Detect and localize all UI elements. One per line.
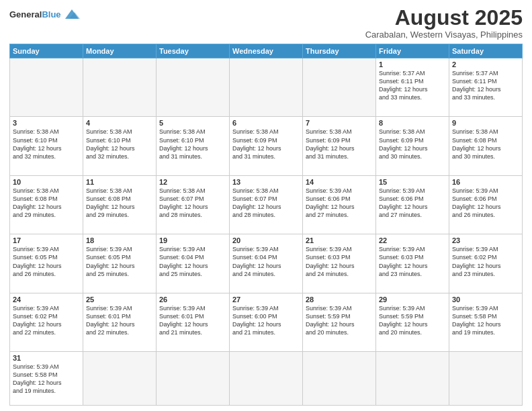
calendar-cell: 13Sunrise: 5:38 AM Sunset: 6:07 PM Dayli… [230,175,303,234]
calendar-cell: 21Sunrise: 5:39 AM Sunset: 6:03 PM Dayli… [303,234,376,293]
calendar-cell: 18Sunrise: 5:39 AM Sunset: 6:05 PM Dayli… [83,234,157,293]
calendar-cell [230,352,303,406]
day-info: Sunrise: 5:39 AM Sunset: 6:02 PM Dayligh… [452,245,519,278]
calendar-cell: 15Sunrise: 5:39 AM Sunset: 6:06 PM Dayli… [376,175,449,234]
subtitle: Carabalan, Western Visayas, Philippines [365,30,523,40]
day-number: 17 [13,236,80,244]
calendar-cell: 6Sunrise: 5:38 AM Sunset: 6:09 PM Daylig… [230,117,303,175]
day-number: 8 [379,119,446,127]
calendar-week-row: 10Sunrise: 5:38 AM Sunset: 6:08 PM Dayli… [10,175,523,234]
day-info: Sunrise: 5:39 AM Sunset: 5:58 PM Dayligh… [452,304,519,337]
day-info: Sunrise: 5:39 AM Sunset: 6:02 PM Dayligh… [13,304,80,337]
day-number: 31 [13,354,80,362]
day-info: Sunrise: 5:39 AM Sunset: 6:06 PM Dayligh… [379,187,446,220]
calendar-cell [83,352,157,406]
day-info: Sunrise: 5:39 AM Sunset: 6:06 PM Dayligh… [306,187,373,220]
calendar-cell: 20Sunrise: 5:39 AM Sunset: 6:04 PM Dayli… [230,234,303,293]
title-block: August 2025 Carabalan, Western Visayas, … [365,7,523,40]
day-number: 7 [306,119,373,127]
day-number: 24 [13,295,80,304]
calendar-cell: 11Sunrise: 5:38 AM Sunset: 6:08 PM Dayli… [83,175,157,234]
day-number: 20 [232,236,300,244]
calendar-cell: 26Sunrise: 5:39 AM Sunset: 6:01 PM Dayli… [157,293,230,351]
calendar-cell [376,352,449,406]
day-info: Sunrise: 5:37 AM Sunset: 6:11 PM Dayligh… [379,69,446,102]
day-number: 12 [159,178,226,186]
day-number: 21 [306,236,373,244]
calendar-cell: 4Sunrise: 5:38 AM Sunset: 6:10 PM Daylig… [83,117,157,175]
calendar-day-header: Sunday [10,44,83,58]
day-info: Sunrise: 5:38 AM Sunset: 6:10 PM Dayligh… [159,128,226,161]
day-info: Sunrise: 5:39 AM Sunset: 6:01 PM Dayligh… [159,304,226,337]
day-info: Sunrise: 5:39 AM Sunset: 6:01 PM Dayligh… [86,304,153,337]
day-number: 5 [159,119,226,127]
calendar-cell: 23Sunrise: 5:39 AM Sunset: 6:02 PM Dayli… [449,234,523,293]
day-number: 11 [86,178,153,186]
day-number: 6 [232,119,300,127]
calendar-cell: 10Sunrise: 5:38 AM Sunset: 6:08 PM Dayli… [10,175,83,234]
day-info: Sunrise: 5:38 AM Sunset: 6:08 PM Dayligh… [13,187,80,220]
day-number: 22 [379,236,446,244]
calendar-cell: 8Sunrise: 5:38 AM Sunset: 6:09 PM Daylig… [376,117,449,175]
logo-icon [62,7,81,21]
calendar-header-row: SundayMondayTuesdayWednesdayThursdayFrid… [10,44,523,58]
day-info: Sunrise: 5:38 AM Sunset: 6:09 PM Dayligh… [306,128,373,161]
day-info: Sunrise: 5:39 AM Sunset: 6:05 PM Dayligh… [86,245,153,278]
logo: GeneralBlue [9,7,81,21]
calendar-cell [449,352,523,406]
calendar-week-row: 24Sunrise: 5:39 AM Sunset: 6:02 PM Dayli… [10,293,523,351]
calendar-cell: 17Sunrise: 5:39 AM Sunset: 6:05 PM Dayli… [10,234,83,293]
calendar-cell: 5Sunrise: 5:38 AM Sunset: 6:10 PM Daylig… [157,117,230,175]
day-info: Sunrise: 5:38 AM Sunset: 6:07 PM Dayligh… [232,187,300,220]
day-info: Sunrise: 5:37 AM Sunset: 6:11 PM Dayligh… [452,69,519,102]
calendar-cell: 31Sunrise: 5:39 AM Sunset: 5:58 PM Dayli… [10,352,83,406]
calendar-cell: 24Sunrise: 5:39 AM Sunset: 6:02 PM Dayli… [10,293,83,351]
calendar-cell: 22Sunrise: 5:39 AM Sunset: 6:03 PM Dayli… [376,234,449,293]
day-info: Sunrise: 5:38 AM Sunset: 6:10 PM Dayligh… [13,128,80,161]
calendar-cell: 9Sunrise: 5:38 AM Sunset: 6:08 PM Daylig… [449,117,523,175]
day-number: 15 [379,178,446,186]
calendar-cell: 19Sunrise: 5:39 AM Sunset: 6:04 PM Dayli… [157,234,230,293]
day-info: Sunrise: 5:39 AM Sunset: 5:59 PM Dayligh… [379,304,446,337]
day-number: 19 [159,236,226,244]
calendar-day-header: Wednesday [230,44,303,58]
calendar-cell: 16Sunrise: 5:39 AM Sunset: 6:06 PM Dayli… [449,175,523,234]
day-number: 4 [86,119,153,127]
day-number: 10 [13,178,80,186]
day-number: 3 [13,119,80,127]
day-number: 27 [232,295,300,304]
day-info: Sunrise: 5:38 AM Sunset: 6:09 PM Dayligh… [232,128,300,161]
day-number: 16 [452,178,519,186]
day-number: 25 [86,295,153,304]
calendar-cell: 14Sunrise: 5:39 AM Sunset: 6:06 PM Dayli… [303,175,376,234]
calendar-week-row: 3Sunrise: 5:38 AM Sunset: 6:10 PM Daylig… [10,117,523,175]
calendar-cell [303,352,376,406]
day-number: 14 [306,178,373,186]
day-number: 9 [452,119,519,127]
month-title: August 2025 [365,7,523,28]
calendar-cell [157,58,230,117]
calendar-cell: 30Sunrise: 5:39 AM Sunset: 5:58 PM Dayli… [449,293,523,351]
day-number: 30 [452,295,519,304]
calendar-cell: 2Sunrise: 5:37 AM Sunset: 6:11 PM Daylig… [449,58,523,117]
calendar-day-header: Tuesday [157,44,230,58]
calendar-cell: 28Sunrise: 5:39 AM Sunset: 5:59 PM Dayli… [303,293,376,351]
calendar-week-row: 17Sunrise: 5:39 AM Sunset: 6:05 PM Dayli… [10,234,523,293]
calendar-cell: 7Sunrise: 5:38 AM Sunset: 6:09 PM Daylig… [303,117,376,175]
day-info: Sunrise: 5:39 AM Sunset: 6:03 PM Dayligh… [379,245,446,278]
calendar-cell [230,58,303,117]
calendar-week-row: 31Sunrise: 5:39 AM Sunset: 5:58 PM Dayli… [10,352,523,406]
day-number: 29 [379,295,446,304]
logo-text: GeneralBlue [9,10,61,19]
day-number: 28 [306,295,373,304]
day-number: 23 [452,236,519,244]
calendar-day-header: Saturday [449,44,523,58]
day-info: Sunrise: 5:39 AM Sunset: 6:00 PM Dayligh… [232,304,300,337]
calendar-cell [303,58,376,117]
calendar-cell: 25Sunrise: 5:39 AM Sunset: 6:01 PM Dayli… [83,293,157,351]
day-info: Sunrise: 5:39 AM Sunset: 6:05 PM Dayligh… [13,245,80,278]
day-info: Sunrise: 5:39 AM Sunset: 5:59 PM Dayligh… [306,304,373,337]
day-info: Sunrise: 5:38 AM Sunset: 6:08 PM Dayligh… [86,187,153,220]
day-info: Sunrise: 5:39 AM Sunset: 6:04 PM Dayligh… [232,245,300,278]
day-info: Sunrise: 5:38 AM Sunset: 6:08 PM Dayligh… [452,128,519,161]
